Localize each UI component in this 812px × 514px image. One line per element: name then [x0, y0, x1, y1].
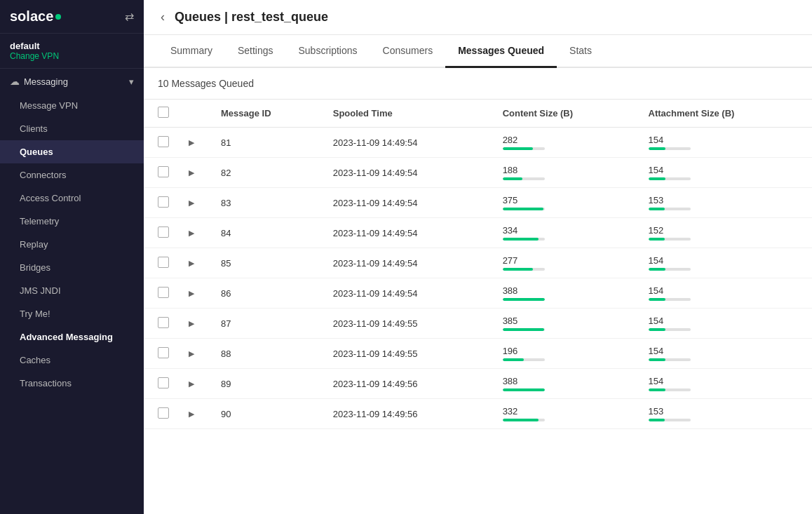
row-expand-button[interactable]: ▶ [186, 378, 197, 390]
row-checkbox[interactable] [158, 166, 169, 177]
content-size-bar [503, 298, 545, 301]
tab-consumers[interactable]: Consumers [370, 35, 446, 68]
row-checkbox-cell [144, 309, 177, 339]
row-checkbox[interactable] [158, 287, 169, 298]
change-vpn-link[interactable]: Change VPN [10, 51, 134, 61]
sidebar-item-telemetry[interactable]: Telemetry [0, 210, 144, 233]
row-spooled-time: 2023-11-09 14:49:56 [325, 369, 494, 399]
cloud-icon: ☁ [10, 76, 20, 87]
content-size-bar [503, 238, 545, 241]
col-expand [177, 100, 212, 128]
content-size-bar [503, 328, 545, 331]
messages-table: Message ID Spooled Time Content Size (B)… [144, 99, 812, 429]
back-button[interactable]: ‹ [158, 10, 168, 25]
sidebar-item-replay[interactable]: Replay [0, 233, 144, 256]
row-checkbox-cell [144, 399, 177, 429]
attachment-size-value: 154 [649, 285, 804, 296]
row-checkbox-cell [144, 188, 177, 218]
row-expand-button[interactable]: ▶ [186, 288, 197, 299]
row-expand-button[interactable]: ▶ [186, 257, 197, 269]
sidebar-item-advanced-messaging[interactable]: Advanced Messaging [0, 325, 144, 349]
row-spooled-time: 2023-11-09 14:49:54 [325, 218, 494, 248]
row-attachment-size: 154 [640, 158, 812, 188]
table-row: ▶822023-11-09 14:49:54188154 [144, 158, 812, 188]
attachment-size-bar [649, 177, 691, 180]
sidebar-item-jms-jndi[interactable]: JMS JNDI [0, 279, 144, 302]
tab-summary[interactable]: Summary [158, 35, 225, 68]
row-checkbox[interactable] [158, 407, 169, 419]
tab-subscriptions[interactable]: Subscriptions [286, 35, 370, 68]
logo: solace [10, 8, 61, 25]
sidebar-header: solace ⇄ [0, 0, 144, 34]
row-content-size: 375 [494, 188, 640, 218]
content-size-value: 388 [503, 376, 632, 386]
table-row: ▶872023-11-09 14:49:55385154 [144, 309, 812, 339]
row-checkbox[interactable] [158, 196, 169, 208]
row-content-size: 188 [494, 158, 640, 188]
row-spooled-time: 2023-11-09 14:49:54 [325, 278, 494, 309]
attachment-size-bar [649, 328, 691, 331]
tab-messages-queued[interactable]: Messages Queued [445, 35, 557, 68]
content-size-bar [503, 388, 545, 391]
sidebar-item-connectors[interactable]: Connectors [0, 163, 144, 187]
attachment-size-value: 154 [649, 316, 804, 326]
row-attachment-size: 153 [640, 188, 812, 218]
row-message-id: 89 [212, 369, 325, 399]
row-expand-button[interactable]: ▶ [186, 348, 197, 360]
row-expand-button[interactable]: ▶ [186, 408, 197, 420]
select-all-checkbox[interactable] [158, 107, 169, 118]
sidebar-item-message-vpn[interactable]: Message VPN [0, 94, 144, 117]
tab-stats[interactable]: Stats [557, 35, 604, 68]
collapse-sidebar-button[interactable]: ⇄ [125, 10, 134, 23]
row-spooled-time: 2023-11-09 14:49:56 [325, 399, 494, 429]
messaging-toggle[interactable]: ☁ Messaging ▾ [0, 69, 144, 94]
sidebar-item-transactions[interactable]: Transactions [0, 372, 144, 395]
col-spooled-time: Spooled Time [325, 100, 494, 128]
sidebar-item-access-control[interactable]: Access Control [0, 187, 144, 210]
row-message-id: 84 [212, 218, 325, 248]
row-expand-button[interactable]: ▶ [186, 137, 197, 149]
row-expand-button[interactable]: ▶ [186, 167, 197, 179]
row-checkbox[interactable] [158, 136, 169, 147]
row-content-size: 388 [494, 278, 640, 309]
attachment-size-value: 153 [649, 406, 804, 417]
sidebar-item-caches[interactable]: Caches [0, 349, 144, 372]
content-size-value: 282 [503, 135, 632, 145]
row-expand-button[interactable]: ▶ [186, 197, 197, 209]
sidebar-item-queues[interactable]: Queues [0, 140, 144, 163]
row-expand-cell: ▶ [177, 188, 212, 218]
row-checkbox-cell [144, 339, 177, 369]
row-checkbox-cell [144, 278, 177, 309]
tabs-bar: SummarySettingsSubscriptionsConsumersMes… [144, 35, 812, 68]
row-checkbox-cell [144, 128, 177, 158]
row-checkbox-cell [144, 369, 177, 399]
row-attachment-size: 154 [640, 369, 812, 399]
sidebar-item-try-me[interactable]: Try Me! [0, 302, 144, 325]
row-expand-button[interactable]: ▶ [186, 318, 197, 330]
row-checkbox[interactable] [158, 347, 169, 358]
content-size-bar [503, 208, 545, 210]
sidebar-item-bridges[interactable]: Bridges [0, 256, 144, 279]
tab-settings[interactable]: Settings [225, 35, 286, 68]
row-checkbox[interactable] [158, 257, 169, 268]
row-expand-button[interactable]: ▶ [186, 227, 197, 239]
row-checkbox[interactable] [158, 226, 169, 238]
topbar: ‹ Queues | rest_test_queue [144, 0, 812, 35]
attachment-size-bar [649, 388, 691, 391]
table-row: ▶882023-11-09 14:49:55196154 [144, 339, 812, 369]
row-message-id: 86 [212, 278, 325, 309]
row-checkbox[interactable] [158, 317, 169, 328]
table-row: ▶832023-11-09 14:49:54375153 [144, 188, 812, 218]
attachment-size-bar [649, 238, 691, 241]
table-row: ▶902023-11-09 14:49:56332153 [144, 399, 812, 429]
row-attachment-size: 152 [640, 218, 812, 248]
row-message-id: 90 [212, 399, 325, 429]
messaging-label: Messaging [24, 76, 68, 87]
row-checkbox[interactable] [158, 377, 169, 388]
row-expand-cell: ▶ [177, 278, 212, 309]
content-size-value: 188 [503, 165, 632, 175]
attachment-size-bar [649, 208, 691, 210]
row-expand-cell: ▶ [177, 399, 212, 429]
row-expand-cell: ▶ [177, 339, 212, 369]
sidebar-item-clients[interactable]: Clients [0, 117, 144, 140]
